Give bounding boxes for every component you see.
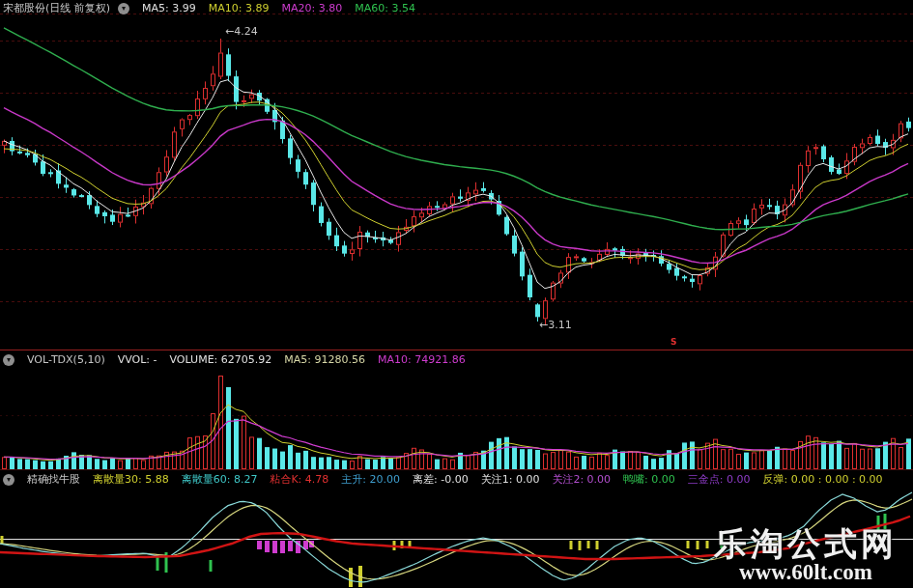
stock-title: 宋都股份(日线 前复权) — [3, 2, 110, 14]
watermark: 乐淘公式网 www.60lt.com — [714, 526, 898, 584]
main-chart-canvas[interactable] — [0, 0, 913, 350]
peak-price-annotation: ←4.24 — [225, 25, 258, 38]
lisanliang60-readout: 离散量60: 8.27 — [182, 473, 258, 486]
ma20-readout: MA20: 3.80 — [282, 2, 343, 14]
volume-chart-canvas[interactable] — [0, 350, 913, 470]
guanzhu1-readout: 关注1: 0.00 — [481, 473, 540, 486]
ma60-readout: MA60: 3.54 — [355, 2, 415, 14]
indicator-panel-header: ▾ 精确找牛股 离散量30: 5.88 离散量60: 8.27 粘合K: 4.7… — [3, 473, 896, 486]
watermark-site-url: www.60lt.com — [714, 561, 898, 584]
watermark-site-name: 乐淘公式网 — [714, 526, 898, 561]
stock-trading-app: 宋都股份(日线 前复权) ▾ MA5: 3.99 MA10: 3.89 MA20… — [0, 0, 913, 588]
volume-readout: VOLUME: 62705.92 — [170, 353, 272, 366]
vol-ma10-readout: MA10: 74921.86 — [378, 353, 466, 366]
ex-dividend-marker[interactable]: S — [670, 337, 676, 347]
ma5-readout: MA5: 3.99 — [142, 2, 196, 14]
fantan-readout: 反弹: 0.00 : 0.00 : 0.00 — [763, 473, 883, 486]
sanjindian-readout: 三金点: 0.00 — [688, 473, 751, 486]
chevron-down-icon[interactable]: ▾ — [118, 3, 129, 14]
licha-readout: 离差: -0.00 — [413, 473, 469, 486]
lisanliang30-readout: 离散量30: 5.88 — [93, 473, 169, 486]
zhusheng-readout: 主升: 20.00 — [341, 473, 400, 486]
vvol-readout: VVOL: - — [118, 353, 157, 366]
main-chart-header: 宋都股份(日线 前复权) ▾ MA5: 3.99 MA10: 3.89 MA20… — [3, 2, 428, 14]
ma10-readout: MA10: 3.89 — [209, 2, 270, 14]
vol-ma5-readout: MA5: 91280.56 — [284, 353, 365, 366]
nianhek-readout: 粘合K: 4.78 — [270, 473, 328, 486]
volume-indicator-name: VOL-TDX(5,10) — [27, 353, 105, 366]
indicator-name: 精确找牛股 — [27, 473, 80, 486]
yazui-readout: 鸭嘴: 0.00 — [623, 473, 675, 486]
volume-panel-header: ▾ VOL-TDX(5,10) VVOL: - VOLUME: 62705.92… — [3, 353, 478, 366]
chevron-down-icon[interactable]: ▾ — [3, 354, 14, 366]
chevron-down-icon[interactable]: ▾ — [3, 474, 14, 486]
trough-price-annotation: ←3.11 — [539, 319, 572, 331]
guanzhu2-readout: 关注2: 0.00 — [552, 473, 611, 486]
